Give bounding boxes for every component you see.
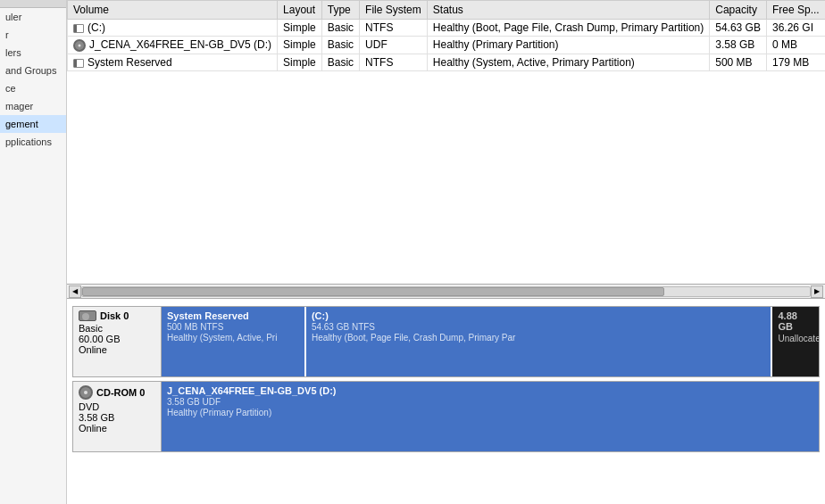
disk-label-disk0: Disk 0Basic60.00 GBOnline [72,306,162,377]
cell-volume-0: (C:) [68,20,278,37]
hdd-icon [73,59,84,68]
partition-label-system-reserved: System Reserved [167,310,299,321]
disk-type-disk0: Basic [79,323,155,334]
disk-icon-row-cdrom0: CD-ROM 0 [79,385,155,400]
cell-status-2: Healthy (System, Active, Primary Partiti… [427,54,709,70]
cell-status-0: Healthy (Boot, Page File, Crash Dump, Pr… [427,20,709,37]
main-area: VolumeLayoutTypeFile SystemStatusCapacit… [67,0,825,504]
cell-freespace-1: 0 MB [766,37,825,54]
cdrom-disk-icon [79,385,93,400]
col-header-filesystem[interactable]: File System [360,1,428,20]
col-header-freespace[interactable]: Free Sp... [766,1,825,20]
disk-size-disk0: 60.00 GB [79,334,155,344]
scroll-left-arrow[interactable]: ◀ [69,285,81,298]
partition-unallocated[interactable]: 4.88 GBUnallocated [772,307,819,376]
disk-status-disk0: Online [79,344,155,355]
partition-label-unallocated: 4.88 GB [778,310,813,332]
sidebar-item-management[interactable]: gement [0,115,66,133]
hdd-icon [73,24,84,33]
disk-label-cdrom0: CD-ROM 0DVD3.58 GBOnline [72,381,162,452]
disk-row-cdrom0: CD-ROM 0DVD3.58 GBOnlineJ_CENA_X64FREE_E… [72,381,820,452]
partition-size-c-drive: 54.63 GB NTFS [312,322,766,332]
table-row[interactable]: (C:)SimpleBasicNTFSHealthy (Boot, Page F… [68,20,826,37]
disk-icon-row-disk0: Disk 0 [79,310,155,321]
col-header-volume[interactable]: Volume [68,1,278,20]
col-header-status[interactable]: Status [427,1,709,20]
cell-capacity-1: 3.58 GB [710,37,767,54]
cell-volume-1: J_CENA_X64FREE_EN-GB_DV5 (D:) [68,37,278,54]
cell-type-0: Basic [321,20,359,37]
cell-freespace-0: 36.26 GI [766,20,825,37]
cell-status-1: Healthy (Primary Partition) [427,37,709,54]
cell-layout-0: Simple [278,20,322,37]
hdd-disk-icon [79,310,96,321]
disk-partitions-cdrom0: J_CENA_X64FREE_EN-GB_DV5 (D:)3.58 GB UDF… [162,381,820,452]
col-header-layout[interactable]: Layout [278,1,322,20]
disk-title: Disk 0 [100,310,129,321]
disk-row-disk0: Disk 0Basic60.00 GBOnlineSystem Reserved… [72,306,820,377]
partition-status-system-reserved: Healthy (System, Active, Pri [167,333,299,343]
disk-partitions-disk0: System Reserved500 MB NTFSHealthy (Syste… [162,306,820,377]
cell-filesystem-1: UDF [360,37,428,54]
partition-c-drive[interactable]: (C:)54.63 GB NTFSHealthy (Boot, Page Fil… [306,307,773,376]
cell-layout-2: Simple [278,54,322,70]
sidebar-item-manager[interactable]: mager [0,97,66,115]
disk-visualization-area: Disk 0Basic60.00 GBOnlineSystem Reserved… [67,299,825,504]
disk-size-cdrom0: 3.58 GB [79,412,155,423]
scrollbar-thumb[interactable] [82,287,664,296]
partition-status-c-drive: Healthy (Boot, Page File, Crash Dump, Pr… [312,333,766,343]
cell-capacity-2: 500 MB [710,54,767,70]
sidebar: ulerrlersand Groupscemagergementpplicati… [0,0,67,504]
table-row[interactable]: J_CENA_X64FREE_EN-GB_DV5 (D:)SimpleBasic… [68,37,826,54]
partition-label-c-drive: (C:) [312,310,766,321]
cell-layout-1: Simple [278,37,322,54]
col-header-capacity[interactable]: Capacity [710,1,767,20]
sidebar-item-and-groups[interactable]: and Groups [0,62,66,79]
disk-table-area: VolumeLayoutTypeFile SystemStatusCapacit… [67,0,825,285]
disk-title: CD-ROM 0 [96,387,145,398]
sidebar-top-label [0,0,66,8]
cdrom-icon [73,39,86,52]
partition-label-dvd-partition: J_CENA_X64FREE_EN-GB_DV5 (D:) [167,385,813,396]
sidebar-item-service[interactable]: ce [0,79,66,97]
disk-type-cdrom0: DVD [79,401,155,412]
sidebar-item-scheduler[interactable]: uler [0,8,66,26]
cell-filesystem-2: NTFS [360,54,428,70]
col-header-type[interactable]: Type [321,1,359,20]
sidebar-item-folders[interactable]: lers [0,44,66,62]
cell-volume-2: System Reserved [68,54,278,70]
sidebar-item-event-viewer[interactable]: r [0,26,66,44]
table-row[interactable]: System ReservedSimpleBasicNTFSHealthy (S… [68,54,826,70]
disk-status-cdrom0: Online [79,423,155,434]
cell-type-1: Basic [321,37,359,54]
scrollbar-track[interactable] [81,286,811,297]
partition-dvd-partition[interactable]: J_CENA_X64FREE_EN-GB_DV5 (D:)3.58 GB UDF… [162,382,819,451]
sidebar-item-applications[interactable]: pplications [0,133,66,151]
partition-status-unallocated: Unallocated [778,334,813,343]
partition-system-reserved[interactable]: System Reserved500 MB NTFSHealthy (Syste… [162,307,306,376]
partition-size-dvd-partition: 3.58 GB UDF [167,397,813,407]
horizontal-scrollbar[interactable]: ◀ ▶ [67,285,825,299]
cell-capacity-0: 54.63 GB [710,20,767,37]
volumes-table: VolumeLayoutTypeFile SystemStatusCapacit… [67,0,825,71]
cell-filesystem-0: NTFS [360,20,428,37]
cell-freespace-2: 179 MB [766,54,825,70]
cell-type-2: Basic [321,54,359,70]
scroll-right-arrow[interactable]: ▶ [811,285,823,298]
partition-size-system-reserved: 500 MB NTFS [167,322,299,332]
partition-status-dvd-partition: Healthy (Primary Partition) [167,408,813,417]
